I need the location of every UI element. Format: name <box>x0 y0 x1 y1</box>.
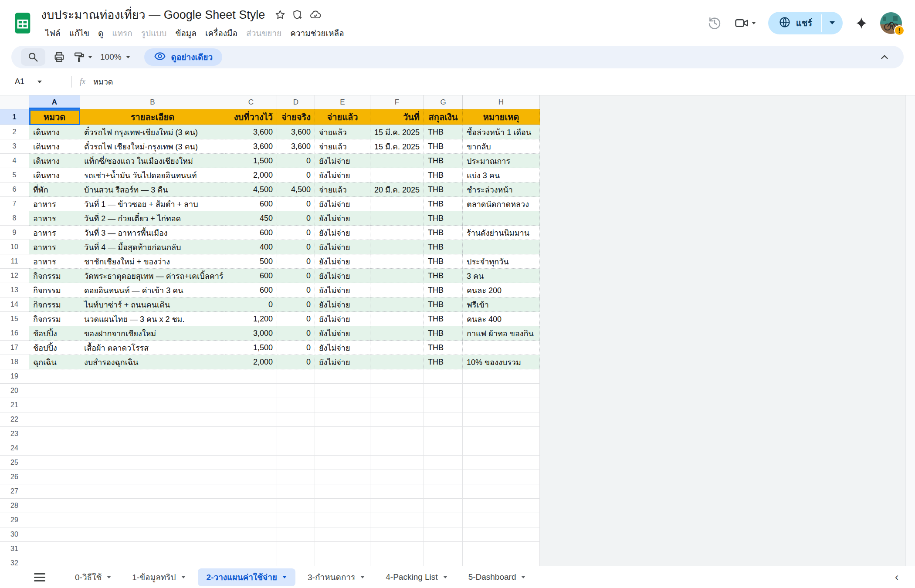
row-header-7[interactable]: 7 <box>0 197 29 211</box>
cell-D1[interactable]: จ่ายจริง <box>277 109 315 125</box>
cell-G30[interactable] <box>424 527 463 542</box>
cell-F22[interactable] <box>370 412 424 427</box>
cell-B16[interactable]: ของฝากจากเชียงใหม่ <box>80 326 225 341</box>
cell-C6[interactable]: 4,500 <box>225 182 277 197</box>
cell-C18[interactable]: 2,000 <box>225 355 277 369</box>
cell-A29[interactable] <box>29 513 80 527</box>
cell-C31[interactable] <box>225 542 277 556</box>
cell-F27[interactable] <box>370 484 424 499</box>
cell-E30[interactable] <box>315 527 370 542</box>
cell-F11[interactable] <box>370 254 424 269</box>
cell-B14[interactable]: ไนท์บาซ่าร์ + ถนนคนเดิน <box>80 297 225 312</box>
cell-D22[interactable] <box>277 412 315 427</box>
cell-F10[interactable] <box>370 240 424 254</box>
cell-C8[interactable]: 450 <box>225 211 277 226</box>
cell-C9[interactable]: 600 <box>225 226 277 240</box>
vertical-scrollbar[interactable] <box>905 95 915 567</box>
cell-H11[interactable]: ประจำทุกวัน <box>463 254 540 269</box>
cell-G19[interactable] <box>424 369 463 384</box>
cell-F16[interactable] <box>370 326 424 341</box>
cell-E13[interactable]: ยังไม่จ่าย <box>315 283 370 297</box>
cell-C24[interactable] <box>225 441 277 456</box>
cell-A18[interactable]: ฉุกเฉิน <box>29 355 80 369</box>
cell-A16[interactable]: ช้อปปิ้ง <box>29 326 80 341</box>
cell-A6[interactable]: ที่พัก <box>29 182 80 197</box>
cell-E25[interactable] <box>315 456 370 470</box>
cell-A31[interactable] <box>29 542 80 556</box>
row-header-29[interactable]: 29 <box>0 513 29 527</box>
menu-8[interactable]: ส่วนขยาย <box>242 26 286 41</box>
cell-E6[interactable]: จ่ายแล้ว <box>315 182 370 197</box>
name-box[interactable]: A1 <box>4 68 70 95</box>
cell-G11[interactable]: THB <box>424 254 463 269</box>
cell-H5[interactable]: แบ่ง 3 คน <box>463 168 540 182</box>
cell-H14[interactable]: ฟรีเข้า <box>463 297 540 312</box>
cell-D8[interactable]: 0 <box>277 211 315 226</box>
cell-F31[interactable] <box>370 542 424 556</box>
row-header-13[interactable]: 13 <box>0 283 29 297</box>
menu-4[interactable]: แทรก <box>108 26 136 41</box>
cell-D21[interactable] <box>277 398 315 412</box>
cell-F1[interactable]: วันที่ <box>370 109 424 125</box>
cell-E11[interactable]: ยังไม่จ่าย <box>315 254 370 269</box>
menu-9[interactable]: ความช่วยเหลือ <box>286 26 348 41</box>
share-button[interactable]: แชร์ <box>768 12 843 34</box>
cell-D4[interactable]: 0 <box>277 154 315 168</box>
row-header-19[interactable]: 19 <box>0 369 29 384</box>
row-header-17[interactable]: 17 <box>0 341 29 355</box>
row-header-8[interactable]: 8 <box>0 211 29 226</box>
cell-H25[interactable] <box>463 456 540 470</box>
paint-format-icon[interactable] <box>73 48 92 66</box>
cell-H12[interactable]: 3 คน <box>463 269 540 283</box>
grid-corner[interactable] <box>0 95 29 109</box>
cell-C19[interactable] <box>225 369 277 384</box>
cell-B8[interactable]: วันที่ 2 — ก๋วยเตี๋ยว + ไก่ทอด <box>80 211 225 226</box>
cell-A24[interactable] <box>29 441 80 456</box>
cell-G10[interactable]: THB <box>424 240 463 254</box>
cell-C17[interactable]: 1,500 <box>225 341 277 355</box>
search-icon[interactable] <box>21 48 45 66</box>
cell-C27[interactable] <box>225 484 277 499</box>
row-header-24[interactable]: 24 <box>0 441 29 456</box>
cell-G24[interactable] <box>424 441 463 456</box>
cell-C11[interactable]: 500 <box>225 254 277 269</box>
cell-D30[interactable] <box>277 527 315 542</box>
print-icon[interactable] <box>50 48 69 66</box>
cell-H15[interactable]: คนละ 400 <box>463 312 540 326</box>
cell-C26[interactable] <box>225 470 277 484</box>
sheet-tab-caret-icon[interactable] <box>107 576 111 578</box>
formula-input[interactable]: หมวด <box>93 75 113 88</box>
cell-H7[interactable]: ตลาดนัดกาดหลวง <box>463 197 540 211</box>
cell-G3[interactable]: THB <box>424 139 463 154</box>
cell-C25[interactable] <box>225 456 277 470</box>
cell-E19[interactable] <box>315 369 370 384</box>
row-header-9[interactable]: 9 <box>0 226 29 240</box>
cell-D31[interactable] <box>277 542 315 556</box>
cell-C20[interactable] <box>225 384 277 398</box>
cell-C2[interactable]: 3,600 <box>225 125 277 139</box>
cell-C29[interactable] <box>225 513 277 527</box>
cell-A26[interactable] <box>29 470 80 484</box>
cell-G21[interactable] <box>424 398 463 412</box>
cell-E5[interactable]: ยังไม่จ่าย <box>315 168 370 182</box>
cell-D3[interactable]: 3,600 <box>277 139 315 154</box>
sheet-tab-caret-icon[interactable] <box>181 576 186 578</box>
cell-G15[interactable]: THB <box>424 312 463 326</box>
cell-E32[interactable] <box>315 556 370 567</box>
cell-H8[interactable] <box>463 211 540 226</box>
cell-F20[interactable] <box>370 384 424 398</box>
cell-D23[interactable] <box>277 427 315 441</box>
cell-A3[interactable]: เดินทาง <box>29 139 80 154</box>
cell-B9[interactable]: วันที่ 3 — อาหารพื้นเมือง <box>80 226 225 240</box>
cell-D15[interactable]: 0 <box>277 312 315 326</box>
cell-D5[interactable]: 0 <box>277 168 315 182</box>
cell-D32[interactable] <box>277 556 315 567</box>
cell-E26[interactable] <box>315 470 370 484</box>
cell-C23[interactable] <box>225 427 277 441</box>
row-header-14[interactable]: 14 <box>0 297 29 312</box>
cell-A11[interactable]: อาหาร <box>29 254 80 269</box>
row-header-15[interactable]: 15 <box>0 312 29 326</box>
cell-F8[interactable] <box>370 211 424 226</box>
cell-G18[interactable]: THB <box>424 355 463 369</box>
cell-B23[interactable] <box>80 427 225 441</box>
